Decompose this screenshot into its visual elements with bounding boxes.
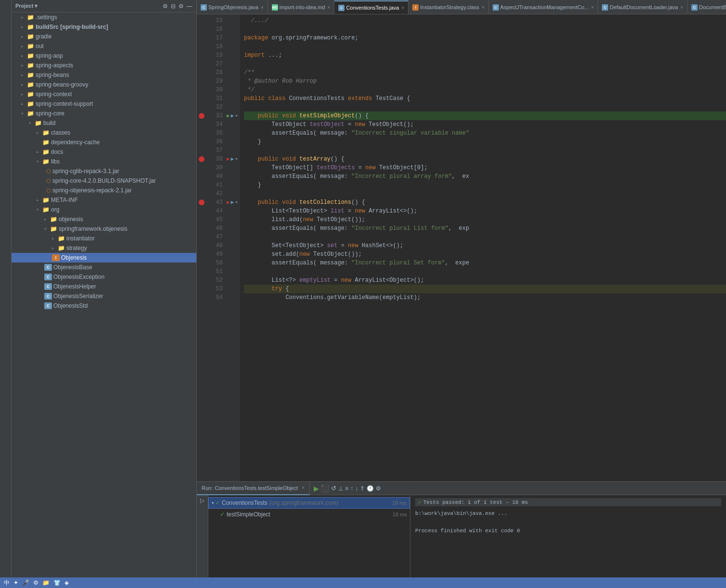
- sidebar-header: Project ▾ ⚙ ⊟ ⚙ —: [12, 0, 196, 13]
- tree-item-org[interactable]: ▾ 📁 org: [12, 205, 196, 214]
- tree-item-cglib[interactable]: ⬡ spring-cglib-repack-3.1.jar: [12, 166, 196, 176]
- status-item-4[interactable]: ⚙: [33, 579, 38, 586]
- tree-item-spring-core-snap[interactable]: ⬡ spring-core-4.2.0.BUILD-SNAPSHOT.jar: [12, 176, 196, 186]
- sidebar-icon-3[interactable]: ⚙: [178, 3, 184, 10]
- tree-item-objenesisexception[interactable]: C ObjenesisException: [12, 272, 196, 282]
- tree-item-gradle[interactable]: ▸ 📁 gradle: [12, 32, 196, 41]
- arrow-icon: ▾: [21, 111, 27, 116]
- run-play-icon[interactable]: ▶: [314, 485, 319, 492]
- tab-defaultdocumentloader[interactable]: C DefaultDocumentLoader.java ×: [598, 0, 688, 14]
- folder-icon: 📁: [27, 91, 34, 98]
- tab-conventionstests[interactable]: C ConventionsTests.java ×: [334, 0, 408, 14]
- run-tab-close-icon[interactable]: ×: [302, 485, 305, 490]
- tab-close-icon[interactable]: ×: [591, 5, 594, 10]
- folder-icon: 📁: [27, 100, 34, 107]
- tab-label: InstantiatorStrategy.class: [420, 4, 479, 10]
- run-settings-icon[interactable]: ⚙: [376, 485, 381, 492]
- sidebar-icon-4[interactable]: —: [187, 3, 192, 10]
- run-button-33[interactable]: ▶: [227, 112, 230, 120]
- run-export-icon[interactable]: ⇑: [360, 485, 365, 492]
- tree-item-strategy[interactable]: ▸ 📁 strategy: [12, 243, 196, 253]
- code-line-45: list.add(new TestObject());: [244, 215, 726, 224]
- run-filter-icon[interactable]: ⊥: [338, 485, 343, 492]
- tree-item-spring-core[interactable]: ▾ 📁 spring-core: [12, 109, 196, 118]
- tree-item-objenesisserializer[interactable]: C ObjenesisSerializer: [12, 291, 196, 301]
- tree-item-meta-inf[interactable]: ▸ 📁 META-INF: [12, 195, 196, 205]
- tree-item-spring-objenesis-jar[interactable]: ⬡ spring-objenesis-repack-2.1.jar: [12, 186, 196, 195]
- tree-item-spring-aop[interactable]: ▸ 📁 spring-aop: [12, 51, 196, 61]
- gutter-run-43[interactable]: [197, 198, 206, 207]
- run-left-icon-1[interactable]: ▷: [199, 497, 206, 504]
- tab-instantiatorstrategy[interactable]: I InstantiatorStrategy.class ×: [408, 0, 489, 14]
- run-sort-icon[interactable]: ≡: [345, 485, 348, 492]
- tree-item-objenesishelper[interactable]: C ObjenesisHelper: [12, 282, 196, 291]
- code-line-50: assertEquals( message: "Incorrect plural…: [244, 259, 726, 267]
- tab-springobjenesis[interactable]: C SpringObjenesis.java ×: [197, 0, 268, 14]
- tab-close-icon[interactable]: ×: [680, 5, 683, 10]
- tree-item-docs[interactable]: ▸ 📁 docs: [12, 147, 196, 157]
- arrow-icon: ▸: [21, 53, 27, 58]
- gutter-run-33[interactable]: [197, 112, 206, 120]
- tree-item-objenesis[interactable]: ▸ 📁 objenesis: [12, 214, 196, 224]
- tab-icon: I: [412, 4, 419, 11]
- code-line-48: Set<TestObject> set = new HashSet<>();: [244, 241, 726, 250]
- status-item-6[interactable]: 👕: [53, 579, 61, 586]
- run-tree-item-conventionstests[interactable]: ▾ ✓ ConventionsTests (org.springframewor…: [208, 497, 410, 509]
- tab-close-icon[interactable]: ×: [401, 5, 404, 11]
- tab-close-icon[interactable]: ×: [482, 5, 484, 10]
- folder-icon: 📁: [27, 43, 34, 50]
- run-tree-item-testsimpleobject[interactable]: ✓ testSimpleObject 18 ms: [208, 509, 410, 520]
- run-button-38[interactable]: ▶: [227, 155, 230, 163]
- run-tab[interactable]: Run: ConventionsTests.testSimpleObject ×: [197, 482, 310, 495]
- run-label-test: ConventionsTests.testSimpleObject: [215, 485, 298, 491]
- tree-item-settings[interactable]: ▸ 📁 .settings: [12, 13, 196, 22]
- run-up-icon[interactable]: ↑: [350, 485, 353, 492]
- code-content[interactable]: /.../ package org.springframework.core; …: [240, 14, 726, 481]
- sidebar-icon-2[interactable]: ⊟: [171, 3, 176, 10]
- tab-import-into-idea[interactable]: MD import-into-idea.md ×: [268, 0, 335, 14]
- tab-label: DocumentBuilderFactory.java: [699, 4, 726, 10]
- tab-close-icon[interactable]: ×: [328, 5, 331, 10]
- status-item-2[interactable]: ✦: [13, 579, 18, 586]
- tree-item-spring-context-support[interactable]: ▸ 📁 spring-context-support: [12, 99, 196, 109]
- tree-item-classes[interactable]: ▸ 📁 classes: [12, 128, 196, 138]
- run-history-icon[interactable]: 🕐: [367, 485, 374, 492]
- tree-item-buildsrc[interactable]: ▸ 📁 buildSrc [spring-build-src]: [12, 22, 196, 32]
- code-line-44: List<TestObject> list = new ArrayList<>(…: [244, 207, 726, 215]
- code-line-40: assertEquals( message: "Incorrect plural…: [244, 172, 726, 181]
- tree-item-objenesisstd[interactable]: C ObjenesisStd: [12, 301, 196, 311]
- class-icon: C: [44, 283, 52, 290]
- status-item-1[interactable]: 中: [4, 579, 10, 587]
- tree-item-spring-aspects[interactable]: ▸ 📁 spring-aspects: [12, 61, 196, 70]
- test-time-2: 18 ms: [393, 512, 407, 517]
- item-label: ObjenesisException: [53, 274, 104, 280]
- status-item-5[interactable]: 📁: [42, 579, 50, 586]
- run-stop-icon[interactable]: ⬛: [321, 485, 329, 492]
- debug-button-33[interactable]: ▶: [231, 112, 234, 120]
- tree-item-objenesisbase[interactable]: C ObjenesisBase: [12, 263, 196, 272]
- code-line-19: import ...;: [244, 51, 726, 60]
- debug-button-43[interactable]: ▶: [231, 198, 234, 207]
- tree-item-springframework-objenesis[interactable]: ▾ 📁 springframework.objenesis: [12, 224, 196, 234]
- folder-icon: 📁: [35, 120, 42, 126]
- run-button-43[interactable]: ▶: [227, 198, 230, 207]
- tab-close-icon[interactable]: ×: [261, 5, 264, 10]
- status-item-7[interactable]: ◈: [64, 579, 69, 586]
- run-down-icon[interactable]: ↓: [355, 485, 358, 492]
- tree-item-build[interactable]: ▾ 📁 build: [12, 118, 196, 128]
- debug-button-38[interactable]: ▶: [231, 155, 234, 163]
- tree-item-spring-beans[interactable]: ▸ 📁 spring-beans: [12, 70, 196, 80]
- status-item-3[interactable]: 🎤: [22, 579, 29, 586]
- tree-item-out[interactable]: ▸ 📁 out: [12, 41, 196, 51]
- gutter-run-38[interactable]: [197, 155, 206, 163]
- tree-item-spring-beans-groovy[interactable]: ▸ 📁 spring-beans-groovy: [12, 80, 196, 89]
- tree-item-objenesis-class[interactable]: I Objenesis: [12, 253, 196, 263]
- run-restart-icon[interactable]: ↺: [331, 485, 336, 492]
- tab-aspectj[interactable]: C AspectJTransactionManagementCo... ×: [489, 0, 598, 14]
- sidebar-icon-1[interactable]: ⚙: [163, 3, 168, 10]
- tree-item-libs[interactable]: ▾ 📁 libs: [12, 157, 196, 166]
- tree-item-instantiator[interactable]: ▸ 📁 instantiator: [12, 234, 196, 243]
- tree-item-dependency-cache[interactable]: 📁 dependency-cache: [12, 138, 196, 147]
- tab-documentbuilderfactory[interactable]: C DocumentBuilderFactory.java ×: [688, 0, 726, 14]
- tree-item-spring-context[interactable]: ▸ 📁 spring-context: [12, 89, 196, 99]
